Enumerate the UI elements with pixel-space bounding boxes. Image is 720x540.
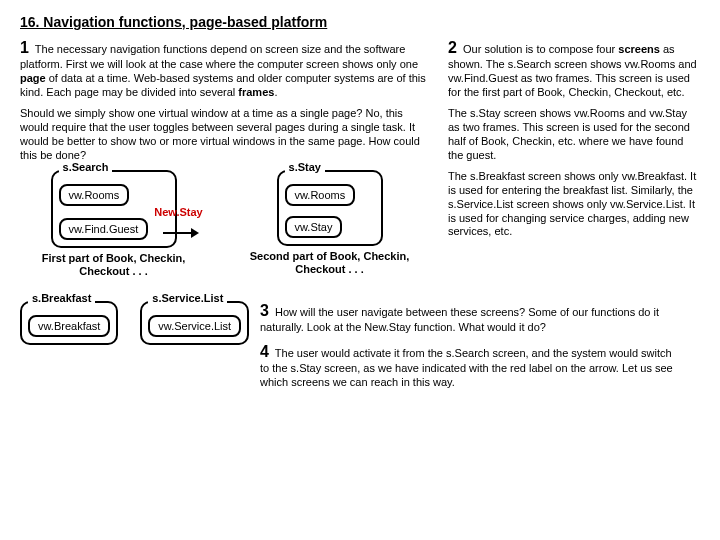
para-4: 4 The user would activate it from the s.… <box>260 342 680 390</box>
caption-left: First part of Book, Checkin, Checkout . … <box>20 252 207 278</box>
para-1b: Should we simply show one virtual window… <box>20 107 430 162</box>
frame-breakfast: vw.Breakfast <box>28 315 110 337</box>
arrow-label: New.Stay <box>154 206 203 218</box>
para-2: 2 Our solution is to compose four screen… <box>448 38 698 99</box>
frame-stay: vw.Stay <box>285 216 343 238</box>
arrow-icon <box>163 232 193 234</box>
frame-servicelist: vw.Service.List <box>148 315 241 337</box>
para-3: 3 How will the user navigate between the… <box>260 301 680 335</box>
para-2c: The s.Breakfast screen shows only vw.Bre… <box>448 170 698 239</box>
caption-right: Second part of Book, Checkin, Checkout .… <box>229 250 430 276</box>
screens-diagram-bottom: s.Breakfast vw.Breakfast s.Service.List … <box>20 301 242 345</box>
screen-stay: s.Stay vw.Rooms vw.Stay <box>277 170 383 246</box>
screens-diagram-top: s.Search vw.Rooms vw.Find.Guest New.Stay… <box>20 170 430 278</box>
frame-findguest: vw.Find.Guest <box>59 218 149 240</box>
page-title: 16. Navigation functions, page-based pla… <box>20 14 700 30</box>
frame-rooms-2: vw.Rooms <box>285 184 356 206</box>
para-2b: The s.Stay screen shows vw.Rooms and vw.… <box>448 107 698 162</box>
frame-rooms: vw.Rooms <box>59 184 130 206</box>
screen-search: s.Search vw.Rooms vw.Find.Guest New.Stay <box>51 170 177 248</box>
screen-servicelist: s.Service.List vw.Service.List <box>140 301 249 345</box>
screen-breakfast: s.Breakfast vw.Breakfast <box>20 301 118 345</box>
para-1: 1 The necessary navigation functions dep… <box>20 38 430 99</box>
